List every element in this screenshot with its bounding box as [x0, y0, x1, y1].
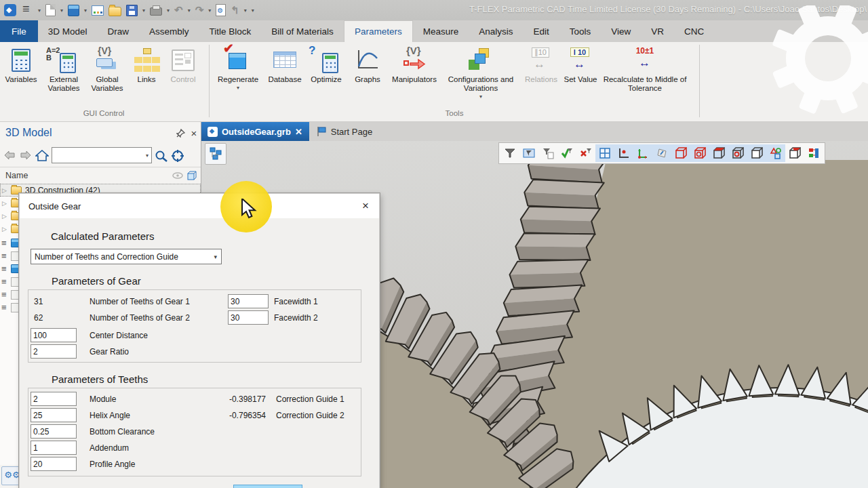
new-3d-model-icon[interactable] — [68, 5, 79, 16]
new-caret-icon[interactable]: ▾ — [60, 7, 63, 14]
degrees-of-freedom-icon[interactable] — [766, 144, 785, 162]
sketch-plane-icon[interactable] — [652, 144, 671, 162]
facewidth2-input[interactable] — [228, 310, 269, 325]
tab-file[interactable]: File — [0, 20, 38, 42]
save-caret-icon[interactable]: ▾ — [142, 7, 145, 14]
regenerate-button[interactable]: Regenerate ▾ — [211, 45, 265, 106]
document-tab-start-page[interactable]: Start Page — [309, 122, 379, 141]
links-button[interactable]: Links — [129, 45, 164, 106]
filter-clear-x-icon[interactable] — [576, 144, 595, 162]
tab-edit[interactable]: Edit — [523, 20, 559, 42]
ok-button-partial[interactable] — [233, 485, 302, 488]
expander-icon[interactable]: ▷ — [0, 187, 10, 194]
filter-icon[interactable] — [500, 144, 519, 162]
pin-icon[interactable] — [174, 126, 187, 140]
back-arrow-icon[interactable] — [3, 150, 16, 161]
graphs-button[interactable]: Graphs — [348, 45, 387, 106]
open-icon[interactable] — [108, 7, 121, 16]
tab-3d-model[interactable]: 3D Model — [38, 20, 98, 42]
tab-view[interactable]: View — [601, 20, 641, 42]
print-icon[interactable] — [150, 7, 162, 16]
red-cube-icon[interactable] — [671, 144, 690, 162]
tab-tools[interactable]: Tools — [559, 20, 601, 42]
tab-draw[interactable]: Draw — [98, 20, 140, 42]
database-button[interactable]: Database — [265, 45, 304, 106]
helix-angle-input[interactable] — [31, 408, 77, 422]
optimize-button[interactable]: ? Optimize — [304, 45, 348, 106]
filter-apply-check-icon[interactable] — [557, 144, 576, 162]
expander-icon[interactable]: ▷ — [0, 200, 10, 207]
new-window-icon[interactable] — [92, 5, 104, 16]
document-properties-icon[interactable] — [216, 4, 226, 16]
recalculate-tolerance-button[interactable]: Recalculate to Middle of Tolerance — [599, 45, 691, 106]
tab-parameters[interactable]: Parameters — [344, 20, 413, 42]
undo-caret-icon[interactable]: ▾ — [188, 7, 191, 14]
module-input[interactable] — [31, 392, 77, 406]
cube-circle-icon[interactable] — [728, 144, 747, 162]
print-caret-icon[interactable]: ▾ — [167, 7, 170, 14]
cube-plain-icon[interactable] — [747, 144, 766, 162]
tab-measure[interactable]: Measure — [413, 20, 469, 42]
tab-vr[interactable]: VR — [641, 20, 674, 42]
document-tab-outsidegear[interactable]: OutsideGear.grb ✕ — [201, 122, 309, 141]
regenerate-dropdown-caret-icon[interactable]: ▾ — [237, 85, 239, 91]
tab-analysis[interactable]: Analysis — [469, 20, 523, 42]
addendum-label: Addendum — [90, 443, 129, 453]
tree-column-header[interactable]: Name — [0, 167, 201, 184]
gear-ratio-input[interactable] — [31, 344, 77, 359]
tab-bill-of-materials[interactable]: Bill of Materials — [261, 20, 344, 42]
profile-angle-input[interactable] — [31, 457, 77, 471]
tab-cnc[interactable]: CNC — [674, 20, 714, 42]
expander-icon[interactable]: ▷ — [0, 213, 10, 220]
set-value-button[interactable]: Set Value — [562, 45, 599, 106]
undo-icon[interactable]: ↶ — [174, 4, 183, 16]
save-icon[interactable] — [126, 5, 138, 16]
tab-assembly[interactable]: Assembly — [139, 20, 199, 42]
new-document-icon[interactable] — [45, 4, 56, 16]
addendum-input[interactable] — [31, 441, 77, 455]
workplane-point-icon[interactable] — [614, 144, 633, 162]
expander-icon[interactable]: ▷ — [0, 226, 10, 232]
cube-corner-icon[interactable] — [709, 144, 728, 162]
operation-doc-icon — [11, 251, 19, 261]
filter-document-icon[interactable] — [538, 144, 557, 162]
center-distance-input[interactable] — [31, 328, 77, 342]
regenerate-cube-icon — [226, 47, 250, 72]
external-variables-button[interactable]: A=2B External Variables — [42, 45, 85, 106]
dialog-title-bar[interactable]: Outside Gear × — [20, 194, 379, 218]
variables-button[interactable]: Variables — [0, 45, 42, 106]
undo-history-icon[interactable]: ↰ — [231, 4, 239, 16]
forward-arrow-icon[interactable] — [19, 150, 33, 161]
coordinate-axes-icon[interactable] — [633, 144, 652, 162]
bottom-clearance-input[interactable] — [31, 424, 77, 439]
facewidth1-input[interactable] — [228, 294, 269, 308]
configurations-button[interactable]: Configurations and Variations ▾ — [441, 45, 520, 106]
model-structure-toggle-icon[interactable] — [804, 144, 823, 162]
locate-crosshair-icon[interactable] — [171, 150, 184, 161]
tree-filter-combobox[interactable]: ▾ — [52, 147, 152, 163]
menu-caret-icon[interactable]: ▾ — [38, 7, 41, 14]
history-caret-icon[interactable]: ▾ — [244, 7, 247, 14]
grid-icon[interactable] — [595, 144, 614, 162]
configurations-dropdown-caret-icon[interactable]: ▾ — [479, 94, 482, 100]
global-variables-button[interactable]: Global Variables — [85, 45, 129, 106]
close-tab-icon[interactable]: ✕ — [295, 127, 302, 137]
manipulators-button[interactable]: Manipulators — [387, 45, 441, 106]
cube-section-circle-icon[interactable] — [690, 144, 709, 162]
dialog-close-icon[interactable]: × — [352, 199, 379, 213]
model-structure-button[interactable] — [205, 143, 226, 165]
customize-toolbar-icon[interactable]: ▾ — [252, 7, 254, 14]
filter-window-icon[interactable] — [519, 144, 538, 162]
home-icon[interactable] — [35, 150, 49, 161]
panel-close-icon[interactable]: × — [187, 126, 201, 140]
search-icon[interactable] — [155, 150, 168, 161]
calculated-parameters-dropdown[interactable]: Number of Teeths and Correction Guide ▾ — [31, 249, 222, 264]
model-caret-icon[interactable]: ▾ — [84, 7, 87, 14]
facewidth2-label: Facewidth 2 — [274, 313, 318, 323]
main-menu-icon[interactable] — [21, 4, 33, 16]
redo-icon[interactable]: ↷ — [195, 4, 204, 16]
redo-caret-icon[interactable]: ▾ — [208, 7, 211, 14]
cube-red-face-icon[interactable] — [785, 144, 804, 162]
app-logo-icon[interactable] — [4, 4, 16, 16]
tab-title-block[interactable]: Title Block — [199, 20, 262, 42]
